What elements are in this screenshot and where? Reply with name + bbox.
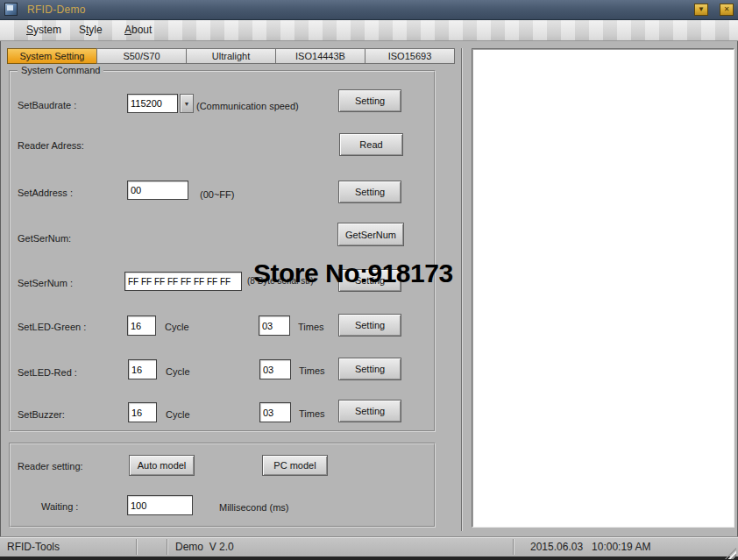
setled-red-cycle-input[interactable]	[128, 359, 157, 379]
minimize-icon: ▼	[698, 6, 705, 13]
status-app-name: RFID-Tools	[7, 541, 60, 553]
menu-about-mnemonic: A	[124, 24, 131, 36]
status-divider	[513, 539, 514, 555]
tab-iso15693[interactable]: ISO15693	[365, 48, 455, 64]
setaddress-hint: (00~FF)	[200, 189, 234, 200]
setled-red-label: SetLED-Red :	[18, 367, 77, 378]
log-output-panel[interactable]	[472, 48, 734, 528]
waiting-unit: Millisecond (ms)	[219, 502, 288, 513]
waiting-label: Waiting :	[41, 501, 78, 512]
system-command-group-title: System Command	[18, 65, 103, 75]
menu-item-about[interactable]: About	[119, 23, 157, 38]
reader-setting-label: Reader setting:	[18, 461, 83, 471]
status-divider	[136, 539, 137, 555]
reader-address-read-button[interactable]: Read	[339, 133, 403, 156]
setaddress-label: SetAddress :	[18, 188, 73, 198]
setbuzzer-times-input[interactable]	[259, 402, 291, 422]
getsernum-button[interactable]: GetSerNum	[337, 223, 404, 246]
pc-model-button[interactable]: PC model	[262, 455, 328, 476]
setsernum-hint: (8 Byte serial str)	[247, 276, 314, 286]
getsernum-label: GetSerNum:	[18, 233, 71, 244]
status-datetime: 2015.06.03 10:00:19 AM	[530, 541, 650, 553]
menu-system-mnemonic: S	[26, 24, 33, 36]
status-version: Demo V 2.0	[175, 541, 234, 553]
setled-green-setting-button[interactable]: Setting	[338, 314, 401, 337]
minimize-button[interactable]: ▼	[694, 4, 708, 16]
menu-item-style[interactable]: Style	[74, 23, 108, 38]
setled-red-times-input[interactable]	[259, 359, 291, 379]
window-bottom-edge	[0, 556, 738, 560]
tab-iso14443b[interactable]: ISO14443B	[275, 48, 365, 64]
title-bar[interactable]: RFID-Demo ▼ ✕	[0, 0, 738, 20]
setled-green-times-input[interactable]	[259, 315, 290, 336]
app-icon	[4, 3, 18, 16]
reader-address-label: Reader Adress:	[18, 140, 84, 151]
setled-red-setting-button[interactable]: Setting	[338, 358, 401, 380]
chevron-down-icon: ▼	[184, 101, 190, 107]
baudrate-hint: (Communication speed)	[196, 101, 299, 111]
setled-green-cycle-unit: Cycle	[165, 322, 189, 332]
vertical-divider	[461, 48, 462, 531]
setaddress-input[interactable]	[127, 181, 188, 200]
menu-style-pre: S	[79, 24, 86, 36]
setsernum-input[interactable]	[124, 272, 242, 291]
close-button[interactable]: ✕	[720, 4, 734, 16]
setled-green-label: SetLED-Green :	[18, 322, 86, 332]
menu-style-post: yle	[89, 24, 102, 36]
tab-system-setting[interactable]: System Setting	[7, 48, 97, 64]
menu-bar: System Style About	[0, 20, 738, 41]
auto-model-button[interactable]: Auto model	[129, 455, 195, 476]
setled-green-cycle-input[interactable]	[127, 315, 156, 336]
setbuzzer-times-unit: Times	[299, 408, 325, 419]
setsernum-setting-button[interactable]: Setting	[338, 269, 401, 292]
close-icon: ✕	[724, 6, 730, 13]
baudrate-dropdown-button[interactable]: ▼	[180, 94, 194, 113]
setbuzzer-setting-button[interactable]: Setting	[338, 400, 401, 422]
menu-item-system[interactable]: System	[21, 23, 67, 38]
baudrate-combobox-input[interactable]	[127, 94, 178, 113]
setled-green-times-unit: Times	[298, 322, 324, 332]
setled-red-times-unit: Times	[299, 365, 325, 376]
tab-ultralight[interactable]: Ultralight	[186, 48, 276, 64]
setbuzzer-cycle-input[interactable]	[128, 402, 157, 422]
setbaudrate-label: SetBaudrate :	[18, 100, 76, 110]
window-title: RFID-Demo	[27, 4, 86, 16]
baudrate-setting-button[interactable]: Setting	[338, 89, 401, 112]
status-bar: RFID-Tools Demo V 2.0 2015.06.03 10:00:1…	[0, 536, 738, 557]
system-command-group: System Command SetBaudrate : ▼ (Communic…	[9, 70, 436, 432]
tab-s50-s70[interactable]: S50/S70	[96, 48, 187, 64]
status-divider	[167, 539, 167, 555]
setbuzzer-cycle-unit: Cycle	[166, 409, 190, 420]
app-window: RFID-Demo ▼ ✕ System Style About System …	[0, 0, 738, 560]
setsernum-label: SetSerNum :	[18, 278, 73, 288]
menu-system-post: ystem	[33, 24, 61, 36]
reader-setting-group: Reader setting: Auto model PC model Wait…	[9, 443, 436, 528]
setaddress-setting-button[interactable]: Setting	[338, 181, 401, 203]
setled-red-cycle-unit: Cycle	[166, 366, 190, 377]
setbuzzer-label: SetBuzzer:	[18, 409, 65, 420]
waiting-input[interactable]	[127, 495, 193, 515]
menu-about-post: bout	[131, 24, 152, 36]
